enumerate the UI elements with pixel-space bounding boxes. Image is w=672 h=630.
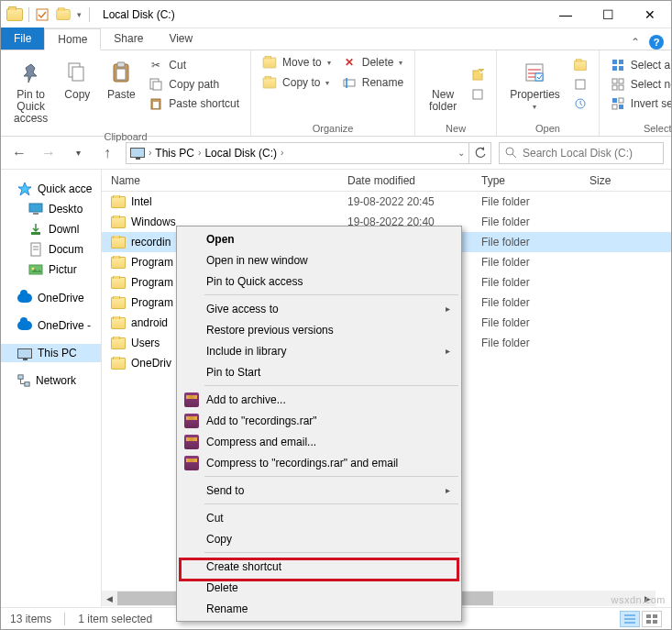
cm-addarchive[interactable]: Add to archive... [179,389,459,410]
cut-button[interactable]: ✂Cut [145,57,243,73]
details-view-button[interactable] [620,611,640,627]
share-tab[interactable]: Share [101,28,156,50]
maximize-button[interactable]: ☐ [587,1,629,28]
table-row[interactable]: Intel19-08-2022 20:45File folder [102,192,671,212]
cm-copy[interactable]: Copy [179,528,459,549]
cm-compressemail[interactable]: Compress and email... [179,431,459,452]
file-tab[interactable]: File [1,28,44,50]
scroll-left-icon[interactable]: ◀ [102,591,117,606]
cm-separator [204,503,458,504]
paste-button[interactable]: Paste [101,54,141,105]
row-type: File folder [472,216,580,228]
cm-separator [204,552,458,553]
row-date: 19-08-2022 20:45 [338,195,472,208]
monitor-icon [17,348,32,359]
delete-button[interactable]: ✕Delete▾ [338,54,407,71]
qat-divider [89,7,90,22]
svg-rect-2 [72,67,83,81]
svg-rect-49 [646,620,651,624]
cm-pinstart[interactable]: Pin to Start [179,361,459,382]
chevron-right-icon[interactable]: › [149,148,151,158]
nav-onedrive[interactable]: OneDrive [1,289,101,307]
refresh-button[interactable] [469,142,491,164]
chevron-right-icon[interactable]: › [281,148,283,158]
nav-quickaccess[interactable]: Quick acce [1,179,101,199]
cm-pinquick[interactable]: Pin to Quick access [179,271,459,292]
cm-giveaccess[interactable]: Give access to [179,298,459,319]
recent-dropdown[interactable]: ▾ [67,142,89,164]
edit-icon [573,77,588,92]
col-type[interactable]: Type [472,174,580,187]
nav-network[interactable]: Network [1,371,101,390]
cm-sendto[interactable]: Send to [179,480,459,501]
breadcrumb[interactable]: › This PC › Local Disk (C:) › ⌄ [126,142,469,164]
search-icon [505,147,517,159]
cm-rename[interactable]: Rename [179,598,459,619]
search-input[interactable]: Search Local Disk (C:) [499,142,664,164]
cm-addrar[interactable]: Add to "recordings.rar" [179,410,459,431]
cm-include[interactable]: Include in library [179,340,459,361]
properties-button[interactable]: Properties ▾ [504,54,566,115]
cm-compressraremail[interactable]: Compress to "recordings.rar" and email [179,452,459,473]
nav-documents[interactable]: Docum [1,239,101,260]
rename-button[interactable]: Rename [338,74,407,91]
thumbnails-view-button[interactable] [642,611,662,627]
nav-desktop[interactable]: Deskto [1,199,101,219]
chevron-right-icon[interactable]: › [198,148,201,158]
rar-icon [183,413,200,429]
edit-button[interactable] [569,76,591,93]
cm-restore[interactable]: Restore previous versions [179,319,459,340]
history-button[interactable] [569,95,591,112]
breadcrumb-thispc[interactable]: This PC [155,147,194,160]
checkbox-icon[interactable] [35,7,50,22]
nav-downloads[interactable]: Downl [1,219,101,239]
close-button[interactable]: ✕ [629,1,671,28]
qat-dropdown-icon[interactable]: ▾ [77,10,82,19]
up-button[interactable]: ↑ [96,142,118,164]
easyaccess-icon [470,87,485,102]
copypath-button[interactable]: Copy path [145,76,243,93]
cm-delete[interactable]: Delete [179,577,459,598]
col-size[interactable]: Size [580,174,671,187]
scissors-icon: ✂ [149,58,163,72]
nav-pictures[interactable]: Pictur [1,260,101,280]
view-tab[interactable]: View [156,28,205,50]
svg-rect-31 [619,105,623,109]
chevron-down-icon[interactable]: ⌄ [457,148,465,158]
col-date[interactable]: Date modified [338,174,472,187]
help-icon[interactable]: ? [649,35,664,50]
col-name[interactable]: Name [102,174,338,187]
back-button[interactable]: ← [8,142,30,164]
pasteshortcut-button[interactable]: Paste shortcut [145,95,243,112]
open-group-label: Open [504,121,591,134]
newitem-button[interactable]: ✦ [467,67,489,83]
row-name: Program [131,296,173,309]
home-tab[interactable]: Home [44,28,101,50]
rar-icon [183,392,200,408]
cm-open[interactable]: Open [179,228,459,249]
newfolder-button[interactable]: New folder [423,54,463,116]
nav-onedrive2[interactable]: OneDrive - [1,316,101,335]
minimize-button[interactable]: — [545,1,587,28]
open-button[interactable] [569,57,591,73]
svg-rect-34 [29,204,42,212]
copyto-button[interactable]: Copy to▾ [259,74,335,91]
breadcrumb-localdisk[interactable]: Local Disk (C:) [204,147,277,160]
row-type: File folder [472,337,580,349]
selectall-button[interactable]: Select all [607,57,672,73]
selectnone-button[interactable]: Select none [607,76,672,93]
invertselection-button[interactable]: Invert selection [607,95,672,112]
copy-button[interactable]: Copy [57,54,97,105]
moveto-button[interactable]: Move to▾ [259,54,335,71]
pin-quickaccess-button[interactable]: Pin to Quick access [8,54,53,129]
svg-line-33 [512,154,516,158]
nav-thispc[interactable]: This PC [1,344,101,362]
folder-icon[interactable] [56,9,70,20]
cm-newwindow[interactable]: Open in new window [179,249,459,271]
collapse-ribbon-icon[interactable]: ⌃ [631,36,640,49]
cm-cut[interactable]: Cut [179,507,459,528]
row-type: File folder [472,195,580,208]
cm-shortcut[interactable]: Create shortcut [179,556,459,577]
easyaccess-button[interactable] [467,86,489,103]
forward-button[interactable]: → [38,142,60,164]
